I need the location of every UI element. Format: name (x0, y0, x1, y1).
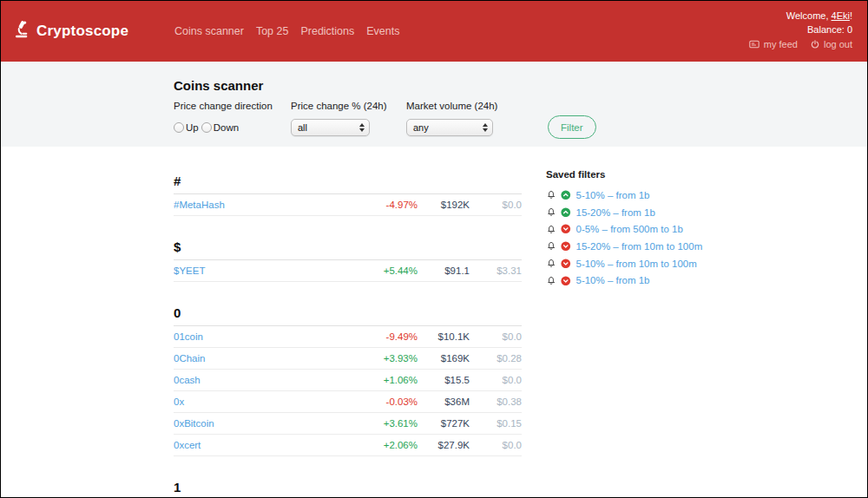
nav-item-predictions[interactable]: Predictions (300, 25, 354, 37)
coin-group: 001coin-9.49%$10.1K$0.00Chain+3.93%$169K… (174, 305, 522, 456)
select-stepper-icon (483, 123, 488, 132)
bell-icon[interactable] (546, 224, 556, 235)
market-volume-select-value: any (413, 122, 429, 133)
group-letter: 1 (174, 479, 522, 498)
direction-label: Price change direction (174, 101, 291, 111)
my-feed-link[interactable]: my feed (748, 37, 798, 51)
power-icon (810, 39, 820, 50)
user-panel: Welcome, 4Eki! Balance: 0 my feed (748, 9, 852, 51)
coin-change: +5.44% (339, 265, 418, 276)
coin-group: 1 (174, 479, 522, 498)
coin-link[interactable]: 0x (174, 396, 339, 407)
coin-change: +1.06% (339, 375, 418, 385)
saved-filter-link[interactable]: 0-5% – from 500m to 1b (576, 224, 683, 234)
select-stepper-icon (359, 123, 365, 132)
coin-volume: $27.9K (418, 440, 470, 450)
trend-down-icon (561, 224, 571, 234)
group-letter: # (174, 173, 522, 194)
saved-filter-link[interactable]: 15-20% – from 10m to 100m (576, 241, 703, 252)
welcome-prefix: Welcome, (786, 10, 832, 21)
main-area: ##MetaHash-4.97%$192K$0.0$$YEET+5.44%$91… (1, 147, 867, 498)
user-actions: my feed log out (748, 37, 852, 51)
bell-icon[interactable] (546, 275, 556, 286)
coin-volume: $192K (418, 200, 470, 210)
filter-button[interactable]: Filter (548, 115, 596, 139)
price-change-select[interactable]: all (291, 119, 370, 136)
coin-price: $0.15 (470, 418, 522, 429)
balance-text: Balance: 0 (748, 23, 852, 36)
direction-down-label: Down (214, 122, 239, 133)
coin-volume: $727K (418, 418, 470, 429)
saved-filter-item: 5-10% – from 1b (546, 187, 737, 204)
trend-up-icon (561, 207, 571, 218)
coin-row: 0cash+1.06%$15.5$0.0 (174, 370, 522, 391)
coin-volume: $15.5 (418, 375, 470, 385)
coin-link[interactable]: #MetaHash (174, 200, 339, 210)
saved-filters-title: Saved filters (546, 169, 737, 180)
coin-row: #MetaHash-4.97%$192K$0.0 (174, 194, 522, 216)
direction-up-label: Up (186, 122, 199, 133)
log-out-link[interactable]: log out (810, 37, 852, 51)
trend-down-icon (561, 276, 571, 286)
market-volume-select[interactable]: any (406, 119, 493, 136)
coin-link[interactable]: 0xcert (174, 440, 339, 450)
nav-item-events[interactable]: Events (366, 25, 399, 37)
coin-change: -0.03% (339, 396, 418, 407)
group-letter: 0 (174, 305, 522, 326)
saved-filter-link[interactable]: 5-10% – from 10m to 100m (576, 259, 697, 269)
coin-volume: $91.1 (418, 265, 470, 276)
coin-price: $0.28 (470, 353, 522, 364)
coin-change: -9.49% (339, 331, 418, 342)
coin-row: 0xBitcoin+3.61%$727K$0.15 (174, 413, 522, 435)
coin-price: $0.0 (470, 440, 522, 450)
bell-icon[interactable] (546, 240, 556, 252)
direction-up-radio[interactable] (174, 122, 184, 133)
coin-row: $YEET+5.44%$91.1$3.31 (174, 260, 522, 282)
filter-row: Price change direction Up Down Price cha… (174, 101, 867, 136)
feed-icon (748, 39, 760, 49)
coin-group: ##MetaHash-4.97%$192K$0.0 (174, 173, 522, 216)
welcome-text: Welcome, 4Eki! (748, 9, 852, 23)
nav-item-top-25[interactable]: Top 25 (256, 25, 289, 37)
bell-icon[interactable] (546, 258, 556, 269)
coin-link[interactable]: 01coin (174, 331, 339, 342)
coin-link[interactable]: 0cash (174, 375, 339, 385)
coin-change: +3.93% (339, 353, 418, 364)
saved-filter-link[interactable]: 5-10% – from 1b (576, 190, 650, 200)
saved-filter-link[interactable]: 5-10% – from 1b (576, 275, 650, 285)
coin-price: $0.38 (470, 396, 522, 407)
coin-price: $3.31 (470, 265, 522, 276)
my-feed-label: my feed (764, 37, 798, 51)
market-volume-label: Market volume (24h) (406, 101, 548, 111)
saved-filters-list: 5-10% – from 1b15-20% – from 1b0-5% – fr… (546, 187, 737, 289)
filter-band: Coins scanner Price change direction Up … (1, 62, 867, 147)
welcome-suffix: ! (850, 10, 852, 21)
brand[interactable]: Cryptoscope (13, 1, 128, 62)
page: Cryptoscope Coins scannerTop 25Predictio… (0, 0, 868, 498)
coin-link[interactable]: $YEET (174, 265, 339, 276)
coin-link[interactable]: 0xBitcoin (174, 418, 339, 429)
username-link[interactable]: 4Eki (832, 10, 850, 21)
trend-down-icon (561, 241, 571, 252)
bell-icon[interactable] (546, 189, 556, 200)
saved-filter-link[interactable]: 15-20% – from 1b (576, 207, 655, 218)
saved-filters-panel: Saved filters 5-10% – from 1b15-20% – fr… (546, 169, 737, 289)
coin-change: +3.61% (339, 418, 418, 429)
microscope-logo-icon (13, 20, 32, 43)
nav-item-coins-scanner[interactable]: Coins scanner (174, 25, 244, 37)
group-letter: $ (174, 239, 522, 260)
header: Cryptoscope Coins scannerTop 25Predictio… (1, 1, 867, 62)
coins-list: ##MetaHash-4.97%$192K$0.0$$YEET+5.44%$91… (174, 173, 522, 498)
direction-down-radio[interactable] (201, 122, 212, 133)
coin-row: 01coin-9.49%$10.1K$0.0 (174, 326, 522, 348)
bell-icon[interactable] (546, 206, 556, 218)
coin-link[interactable]: 0Chain (174, 353, 339, 364)
coin-row: 0Chain+3.93%$169K$0.28 (174, 348, 522, 370)
price-change-select-value: all (298, 122, 307, 133)
saved-filter-item: 15-20% – from 1b (546, 204, 737, 221)
trend-up-icon (561, 190, 571, 200)
coin-change: -4.97% (339, 200, 418, 210)
coin-volume: $169K (418, 353, 470, 364)
coin-price: $0.0 (470, 200, 522, 210)
saved-filter-item: 5-10% – from 1b (546, 272, 737, 289)
